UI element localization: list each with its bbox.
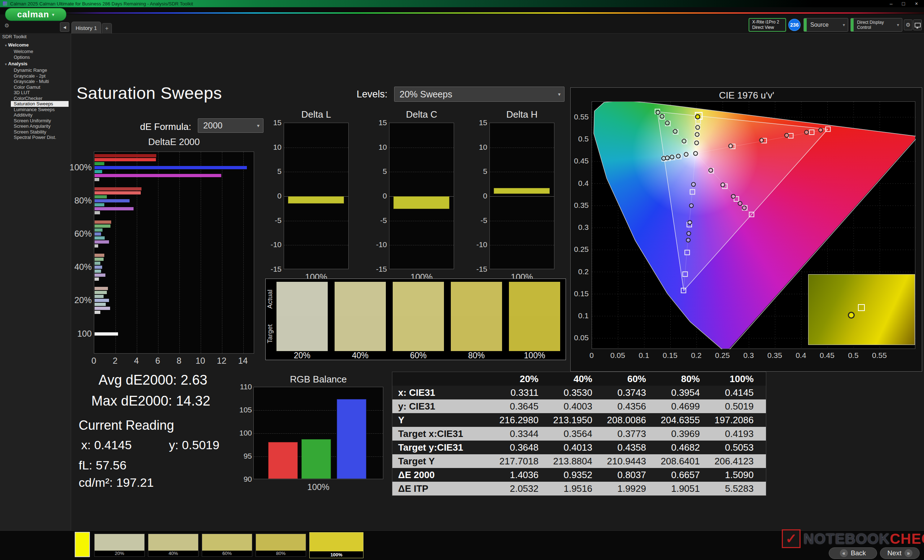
table-cell: 1.4036 — [497, 468, 551, 482]
watermark-text: NOTEBOOKCHECK — [804, 531, 924, 547]
sidebar-item-colorchecker[interactable]: ColorChecker — [0, 96, 71, 101]
deltae-bar — [94, 240, 109, 244]
de-formula-dropdown[interactable]: 2000 ▾ — [198, 118, 264, 133]
app-icon — [3, 1, 7, 6]
deltae-bar — [94, 162, 104, 165]
tab-history-1[interactable]: History 1 — [72, 22, 101, 34]
sidebar-item-options[interactable]: Options — [0, 54, 71, 60]
add-tab-button[interactable]: + — [102, 23, 112, 34]
table-cell: 206.4123 — [712, 454, 766, 468]
rgb-x-label: 100% — [254, 482, 383, 492]
table-cell: 1.9051 — [658, 482, 712, 496]
sidebar-item-screen-stability[interactable]: Screen Stability — [0, 129, 71, 135]
rgb-balance-title: RGB Balance — [254, 374, 383, 385]
sidebar-item-luminance-sweeps[interactable]: Luminance Sweeps — [0, 107, 71, 112]
deltae-x-tick: 10 — [196, 356, 206, 366]
window-title: Calman 2025 Calman Ultimate for Business… — [10, 1, 193, 6]
sidebar-section-analysis[interactable]: ▾Analysis — [0, 60, 71, 67]
rgb-y-tick: 105 — [239, 406, 252, 414]
table-row-label: Target Y — [392, 454, 497, 468]
sidebar-section-welcome[interactable]: ▾Welcome — [0, 41, 71, 49]
meter-button[interactable]: X-Rite i1Pro 2 Direct View — [748, 18, 786, 32]
cie-x-tick: 0.25 — [715, 351, 730, 360]
cie-y-tick: 0.2 — [578, 267, 589, 276]
cie-x-tick: 0.1 — [639, 351, 649, 360]
measurement-count-badge[interactable]: 236 — [788, 19, 801, 31]
gear-icon[interactable]: ⚙ — [3, 22, 11, 30]
target-swatch-20% — [276, 316, 328, 351]
patch-thumb-60%[interactable]: 60% — [202, 534, 252, 557]
sidebar-collapse-button[interactable]: ◀ — [60, 22, 69, 32]
rgb-bar-red — [268, 442, 298, 479]
sidebar-item-screen-uniformity[interactable]: Screen Uniformity — [0, 118, 71, 124]
cie-x-tick: 0.15 — [663, 351, 678, 360]
table-cell: 5.5283 — [712, 482, 766, 496]
patch-thumb-20%[interactable]: 20% — [94, 534, 145, 557]
rgb-balance-plot — [254, 387, 383, 479]
maximize-button[interactable]: □ — [899, 0, 908, 7]
sidebar-item-saturation-sweeps[interactable]: Saturation Sweeps — [11, 101, 69, 107]
menu-band — [0, 7, 924, 15]
close-button[interactable]: × — [912, 0, 921, 7]
delta_c-gridline — [390, 245, 454, 246]
sidebar-item-3d-lut[interactable]: 3D LUT — [0, 90, 71, 96]
sidebar-section-label: Analysis — [8, 61, 27, 66]
calman-logo-button[interactable]: calman ▾ — [5, 8, 66, 21]
deltae-plot — [94, 151, 254, 353]
deltae-group-label: 100 — [77, 329, 92, 339]
deltae-x-tick: 0 — [92, 356, 96, 366]
table-row-label: y: CIE31 — [392, 400, 497, 413]
deltae-bar — [94, 277, 99, 281]
table-cell: 0.4699 — [658, 400, 712, 413]
sidebar-item-dynamic-range[interactable]: Dynamic Range — [0, 67, 71, 73]
current-patch[interactable] — [75, 532, 90, 557]
deltae-bar — [94, 203, 104, 207]
sidebar-item-color-gamut[interactable]: Color Gamut — [0, 84, 71, 90]
deltae-bar — [94, 295, 104, 298]
minimize-button[interactable]: – — [886, 0, 896, 7]
cie-x-tick: 0.35 — [767, 351, 782, 360]
table-cell: 1.9516 — [551, 482, 604, 496]
actual-swatch-80% — [451, 282, 502, 316]
deltae-chart-title: DeltaE 2000 — [94, 136, 254, 148]
table-cell: 0.4145 — [712, 386, 766, 400]
source-label: Source — [810, 22, 829, 28]
deltae-group-label: 40% — [74, 262, 92, 272]
cie-x-tick: 0.55 — [872, 351, 887, 360]
patch-thumb-80%[interactable]: 80% — [255, 534, 306, 557]
reading-fl: fL: 57.56 — [79, 458, 126, 472]
deltae-bar — [94, 258, 104, 261]
deltae-bar — [94, 178, 99, 181]
sidebar-item-grayscale-2pt[interactable]: Grayscale - 2pt — [0, 73, 71, 79]
cie-x-tick: 0.5 — [848, 351, 858, 360]
table-row-label: Y — [392, 413, 497, 427]
patch-thumb-100%[interactable]: 100% — [309, 532, 363, 558]
patch-thumb-40%[interactable]: 40% — [148, 534, 198, 557]
display-button[interactable] — [913, 19, 922, 30]
titlebar: Calman 2025 Calman Ultimate for Business… — [0, 0, 924, 7]
levels-dropdown[interactable]: 20% Sweeps ▾ — [394, 87, 564, 102]
delta_c-y-tick: 10 — [379, 143, 387, 151]
table-header-40%: 40% — [551, 372, 604, 386]
deltae-y-labels: 100%80%60%40%20%100 — [76, 136, 93, 367]
sidebar-item-spectral-power-dist-[interactable]: Spectral Power Dist. — [0, 135, 71, 140]
cie-y-tick: 0.4 — [578, 179, 589, 188]
deltae-bar — [94, 274, 105, 277]
deltae-bar — [94, 270, 101, 273]
deltae-x-tick: 14 — [238, 356, 248, 366]
sidebar-item-welcome[interactable]: Welcome — [0, 49, 71, 54]
display-control-dropdown[interactable]: Direct Display Control ▾ — [850, 18, 902, 32]
settings-button[interactable]: ⚙ — [904, 19, 912, 30]
deltae-x-tick: 6 — [155, 356, 160, 366]
source-dropdown[interactable]: Source ▾ — [804, 18, 848, 32]
table-cell: 197.2086 — [712, 413, 766, 427]
sidebar-item-screen-angularity[interactable]: Screen Angularity — [0, 123, 71, 129]
sidebar-item-additivity[interactable]: Additivity — [0, 112, 71, 118]
patch-label: 40% — [148, 551, 198, 556]
sidebar: SDR Toolkit ▾WelcomeWelcomeOptions▾Analy… — [0, 33, 71, 530]
actual-row-label: Actual — [266, 282, 275, 316]
table-cell: 0.3743 — [604, 386, 658, 400]
delta-c-title: Delta C — [386, 109, 458, 120]
chevron-down-icon: ▾ — [558, 91, 561, 97]
sidebar-item-grayscale-multi[interactable]: Grayscale - Multi — [0, 79, 71, 84]
